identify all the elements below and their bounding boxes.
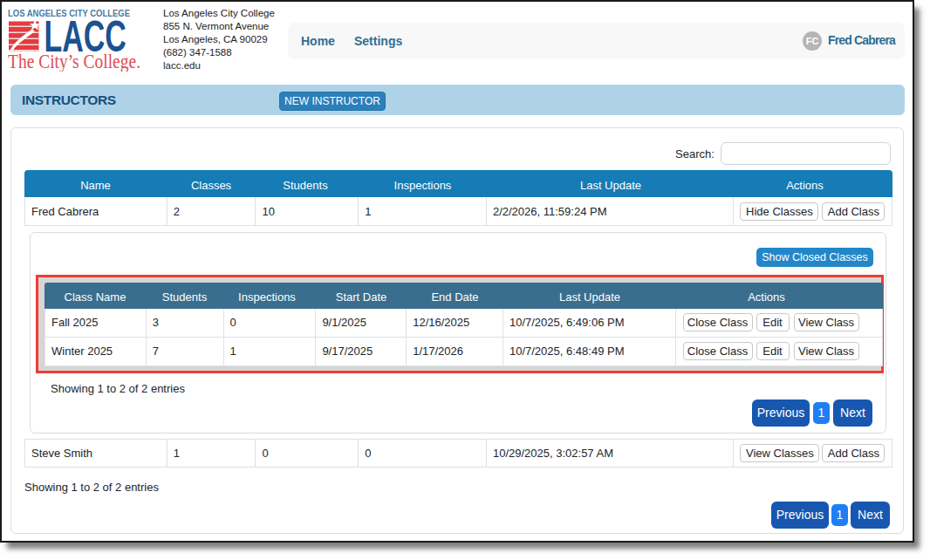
svg-text:The City’s College.: The City’s College. (8, 51, 140, 72)
